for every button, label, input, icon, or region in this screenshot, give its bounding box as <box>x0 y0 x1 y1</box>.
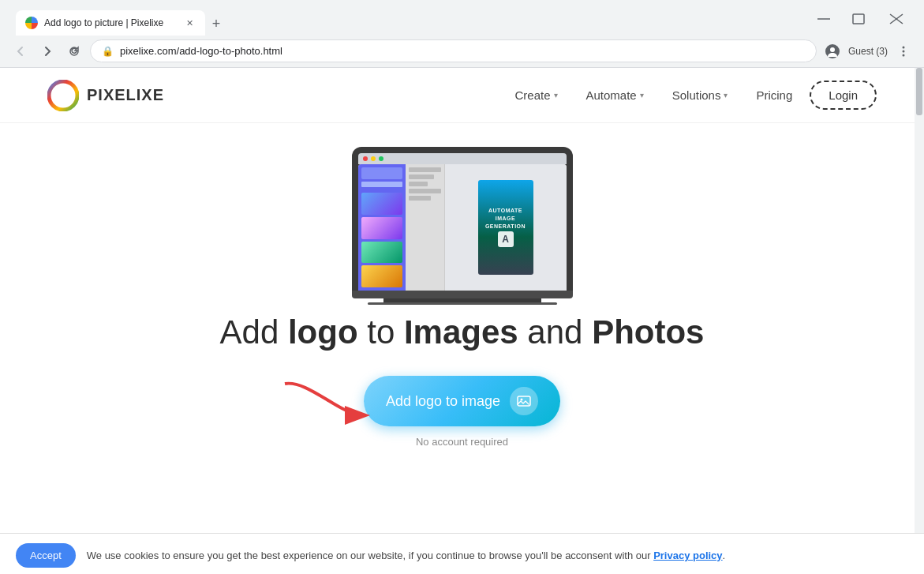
tab-bar: Add logo to picture | Pixelixe ✕ + <box>9 9 801 35</box>
nav-solutions[interactable]: Solutions ▾ <box>661 82 739 108</box>
restore-icon[interactable] <box>842 7 878 31</box>
nav-solutions-label: Solutions <box>672 88 721 102</box>
tab-title: Add logo to picture | Pixelixe <box>44 17 177 28</box>
nav-links: Create ▾ Automate ▾ Solutions ▾ Pricing … <box>503 81 877 110</box>
laptop-sidebar <box>358 164 406 291</box>
svg-rect-2 <box>842 7 878 31</box>
automate-chevron-icon: ▾ <box>640 91 644 99</box>
headline-mid: to <box>358 313 404 351</box>
browser-chrome: Add logo to picture | Pixelixe ✕ + <box>0 0 924 68</box>
new-tab-button[interactable]: + <box>205 13 227 35</box>
scrollbar[interactable] <box>915 68 924 574</box>
poster-line-1: AUTOMATE <box>488 208 522 213</box>
accept-button[interactable]: Accept <box>16 543 76 568</box>
cta-label: Add logo to image <box>386 393 500 410</box>
svg-point-11 <box>903 54 905 56</box>
poster-preview: AUTOMATE IMAGE GENERATION A <box>478 180 533 275</box>
create-chevron-icon: ▾ <box>554 91 558 99</box>
close-icon[interactable] <box>878 7 915 31</box>
browser-toolbar: 🔒 pixelixe.com/add-logo-to-photo.html Gu… <box>0 35 924 67</box>
sidebar-thumb-1 <box>361 193 402 215</box>
nav-automate-label: Automate <box>586 88 637 102</box>
laptop-screen-inner: AUTOMATE IMAGE GENERATION A <box>358 164 567 291</box>
laptop-canvas: AUTOMATE IMAGE GENERATION A <box>445 164 567 291</box>
image-icon <box>516 393 532 409</box>
site-nav: PIXELIXE Create ▾ Automate ▾ Solutions ▾… <box>0 68 924 123</box>
laptop-mockup: AUTOMATE IMAGE GENERATION A <box>352 147 573 305</box>
tab-close-button[interactable]: ✕ <box>183 17 196 29</box>
cta-icon <box>510 387 538 415</box>
mac-yellow-dot <box>371 156 376 161</box>
nav-pricing-label: Pricing <box>756 88 792 102</box>
sidebar-thumb-3 <box>361 242 402 264</box>
guest-label: Guest (3) <box>848 46 888 57</box>
svg-point-9 <box>903 46 905 48</box>
nav-automate[interactable]: Automate ▾ <box>575 82 655 108</box>
svg-point-15 <box>521 399 523 401</box>
forward-button[interactable] <box>36 40 58 62</box>
address-bar[interactable]: 🔒 pixelixe.com/add-logo-to-photo.html <box>90 39 817 62</box>
nav-create[interactable]: Create ▾ <box>503 82 568 108</box>
page-content: PIXELIXE Create ▾ Automate ▾ Solutions ▾… <box>0 68 924 574</box>
laptop-top-bar <box>358 153 567 164</box>
privacy-policy-link[interactable]: Privacy policy <box>653 550 722 561</box>
mac-red-dot <box>363 156 368 161</box>
scrollbar-thumb[interactable] <box>916 68 922 115</box>
login-button[interactable]: Login <box>810 81 877 110</box>
hero-section: AUTOMATE IMAGE GENERATION A <box>0 123 924 463</box>
svg-point-8 <box>830 47 835 52</box>
nav-create-label: Create <box>514 88 550 102</box>
profile-button[interactable] <box>821 40 844 62</box>
sidebar-thumb-2 <box>361 217 402 239</box>
browser-titlebar: Add logo to picture | Pixelixe ✕ + <box>0 0 924 35</box>
back-button[interactable] <box>9 40 32 62</box>
more-button[interactable] <box>892 40 915 62</box>
add-logo-button[interactable]: Add logo to image <box>364 376 560 426</box>
logo-link[interactable]: PIXELIXE <box>47 80 164 111</box>
active-tab[interactable]: Add logo to picture | Pixelixe ✕ <box>16 10 205 36</box>
cookie-message: We use cookies to ensure you get the bes… <box>87 550 725 561</box>
refresh-button[interactable] <box>63 40 85 62</box>
hero-headline: Add logo to Images and Photos <box>220 313 705 352</box>
headline-pre: Add <box>220 313 288 351</box>
minimize-icon[interactable] <box>806 7 842 31</box>
headline-photos: Photos <box>592 313 704 351</box>
svg-point-10 <box>903 50 905 52</box>
headline-images: Images <box>404 313 518 351</box>
cta-area: Add logo to image No account required <box>364 376 560 448</box>
mac-green-dot <box>379 156 383 161</box>
no-account-text: No account required <box>416 436 508 448</box>
headline-logo: logo <box>288 313 358 351</box>
laptop-stand <box>383 298 541 305</box>
laptop-main-area: AUTOMATE IMAGE GENERATION A <box>406 164 567 291</box>
poster-icon: A <box>498 231 514 247</box>
logo-icon <box>47 80 79 111</box>
laptop-base <box>352 291 573 298</box>
sidebar-thumb-4 <box>361 265 402 287</box>
poster-line-3: GENERATION <box>485 223 526 229</box>
url-text: pixelixe.com/add-logo-to-photo.html <box>120 45 805 57</box>
headline-and: and <box>518 313 592 351</box>
laptop-screen-outer: AUTOMATE IMAGE GENERATION A <box>352 147 573 291</box>
window-controls <box>806 7 915 34</box>
svg-point-12 <box>49 81 77 110</box>
red-arrow-icon <box>277 376 372 431</box>
lock-icon: 🔒 <box>102 46 114 57</box>
cookie-bar: Accept We use cookies to ensure you get … <box>0 533 924 574</box>
solutions-chevron-icon: ▾ <box>724 91 728 99</box>
poster-line-2: IMAGE <box>496 216 515 221</box>
poster-icon-letter: A <box>502 234 509 245</box>
nav-pricing[interactable]: Pricing <box>745 82 803 108</box>
logo-text: PIXELIXE <box>87 86 164 104</box>
tab-favicon <box>25 17 38 29</box>
arrow-container <box>277 376 372 434</box>
